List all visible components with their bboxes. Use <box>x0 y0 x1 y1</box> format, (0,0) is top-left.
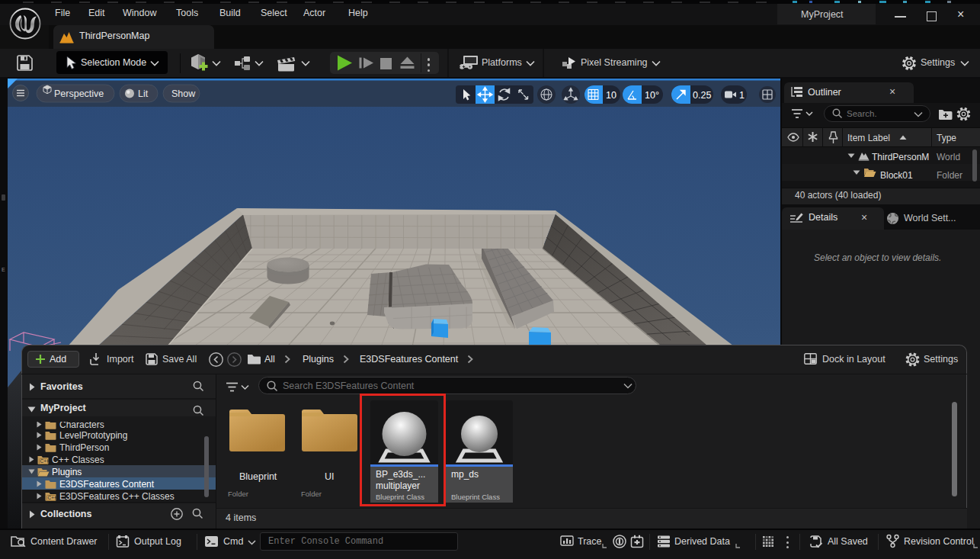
svg-text:Lit: Lit <box>138 88 149 99</box>
svg-text:1: 1 <box>739 90 745 101</box>
svg-text:C++: C++ <box>48 495 57 500</box>
svg-text:10: 10 <box>606 90 617 101</box>
svg-text:10°: 10° <box>645 90 659 101</box>
svg-text:C++: C++ <box>40 458 50 464</box>
svg-text:0.25: 0.25 <box>693 90 711 101</box>
svg-text:Show: Show <box>171 88 196 99</box>
svg-text:Perspective: Perspective <box>54 88 104 99</box>
